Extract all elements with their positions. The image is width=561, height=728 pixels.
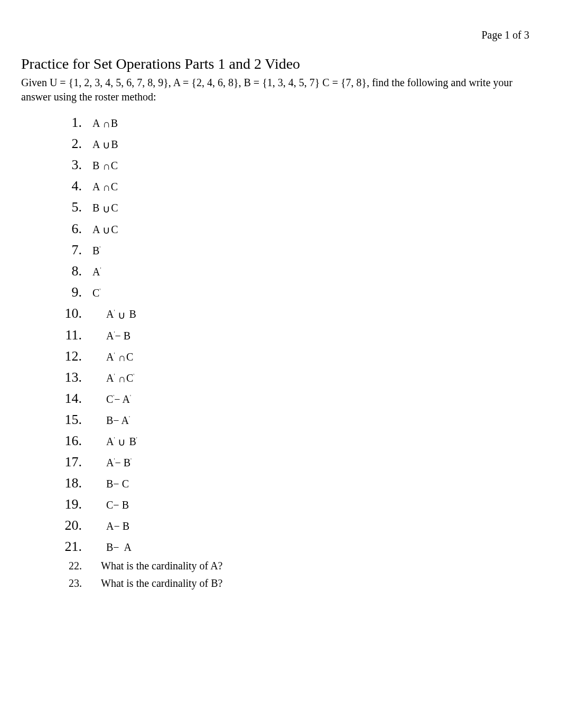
intersection-icon: ∩ xyxy=(118,373,125,385)
problem-expression: A ∪C xyxy=(92,224,118,237)
problem-13: 13. A' ∩C' xyxy=(53,370,540,385)
set-b: B xyxy=(123,520,129,532)
problem-number: 2. xyxy=(53,136,82,152)
set-b: B xyxy=(111,139,118,150)
problem-expression: B− C xyxy=(106,478,129,490)
problem-expression: A'− B xyxy=(106,330,130,342)
complement-icon: ' xyxy=(130,457,132,463)
intersection-icon: ∩ xyxy=(102,160,110,172)
problem-9: 9. C' xyxy=(53,284,540,300)
problem-number: 19. xyxy=(53,496,82,512)
intersection-icon: ∩ xyxy=(102,181,110,193)
problem-number: 5. xyxy=(53,199,82,215)
problem-number: 13. xyxy=(53,370,82,385)
problem-18: 18. B− C xyxy=(53,475,540,491)
set-b: B xyxy=(106,478,113,490)
set-c: C xyxy=(111,160,118,171)
set-c: C xyxy=(122,478,129,490)
problem-7: 7. B' xyxy=(53,242,540,258)
problem-2: 2. A ∪B xyxy=(53,136,540,152)
complement-icon: ' xyxy=(99,288,100,294)
set-a: A xyxy=(106,372,114,384)
problem-number: 18. xyxy=(53,475,82,491)
intersection-icon: ∩ xyxy=(118,352,125,364)
complement-icon: ' xyxy=(114,372,115,379)
set-c: C xyxy=(111,181,118,192)
problem-expression: A ∩C xyxy=(92,181,118,194)
set-b: B xyxy=(129,308,136,320)
minus-icon: − xyxy=(114,520,119,532)
intersection-icon: ∩ xyxy=(102,118,110,130)
complement-icon: ' xyxy=(114,351,115,357)
problem-16: 16. A' ∪ B' xyxy=(53,433,540,449)
page-title: Practice for Set Operations Parts 1 and … xyxy=(21,56,540,72)
minus-icon: − xyxy=(115,330,120,342)
problem-number: 9. xyxy=(53,284,82,300)
complement-icon: ' xyxy=(130,393,131,400)
set-a: A xyxy=(123,393,130,405)
problem-21: 21. B− A xyxy=(53,539,540,555)
set-c: C xyxy=(106,499,113,511)
problem-number: 22. xyxy=(53,560,82,572)
set-a: A xyxy=(106,351,114,363)
minus-icon: − xyxy=(113,478,119,490)
problem-expression: B ∩C xyxy=(92,160,118,173)
problem-expression: C'− A' xyxy=(106,393,131,406)
set-c: C xyxy=(126,372,133,384)
problem-number: 16. xyxy=(53,433,82,449)
set-a: A xyxy=(106,457,114,468)
problem-expression: C− B xyxy=(106,499,129,511)
set-c: C xyxy=(126,351,133,363)
problem-20: 20. A− B xyxy=(53,518,540,533)
problem-expression: C' xyxy=(92,287,100,299)
union-icon: ∪ xyxy=(118,436,126,448)
set-b: B xyxy=(106,414,113,426)
complement-icon: ' xyxy=(129,414,130,421)
problem-number: 21. xyxy=(53,539,82,555)
set-a: A xyxy=(124,541,132,553)
set-a: A xyxy=(106,520,114,532)
minus-icon: − xyxy=(113,414,119,426)
problem-number: 23. xyxy=(53,577,82,589)
set-a: A xyxy=(106,436,114,447)
problem-number: 3. xyxy=(53,157,82,173)
problem-1: 1. A ∩B xyxy=(53,115,540,131)
problem-number: 4. xyxy=(53,178,82,194)
problem-expression: A' ∩C xyxy=(106,351,133,364)
set-b: B xyxy=(92,160,99,171)
union-icon: ∪ xyxy=(118,309,126,321)
minus-icon: − xyxy=(114,393,120,405)
set-a: A xyxy=(92,181,99,192)
problem-expression: A'− B' xyxy=(106,457,132,469)
problem-expression: B ∪C xyxy=(92,202,118,215)
problem-expression: A' ∪ B' xyxy=(106,436,137,449)
set-a: A xyxy=(92,139,99,150)
problem-number: 14. xyxy=(53,391,82,407)
set-b: B xyxy=(124,330,130,342)
problem-expression: A' ∪ B xyxy=(106,308,136,321)
set-b: B xyxy=(124,457,130,468)
problem-number: 8. xyxy=(53,263,82,279)
problem-text: What is the cardinality of A? xyxy=(101,560,222,572)
minus-icon: − xyxy=(113,541,119,553)
instructions-text: Given U = {1, 2, 3, 4, 5, 6, 7, 8, 9}, A… xyxy=(21,76,540,104)
complement-icon: ' xyxy=(114,436,115,442)
set-b: B xyxy=(122,499,129,511)
set-b: B xyxy=(106,541,113,553)
set-b: B xyxy=(92,202,99,214)
page-indicator: Page 1 of 3 xyxy=(481,29,529,41)
problem-number: 10. xyxy=(53,306,82,321)
set-a: A xyxy=(121,414,129,426)
set-a: A xyxy=(92,117,99,129)
problem-11: 11. A'− B xyxy=(53,327,540,343)
complement-icon: ' xyxy=(99,245,100,252)
problem-number: 20. xyxy=(53,518,82,533)
set-b: B xyxy=(92,245,99,256)
problem-6: 6. A ∪C xyxy=(53,221,540,237)
problem-expression: A' xyxy=(92,266,101,278)
problem-expression: B− A xyxy=(106,541,132,554)
minus-icon: − xyxy=(113,499,119,511)
set-c: C xyxy=(92,287,99,299)
problem-list: 1. A ∩B 2. A ∪B 3. B ∩C 4. A ∩C 5. B ∪C xyxy=(53,115,540,589)
problem-8: 8. A' xyxy=(53,263,540,279)
